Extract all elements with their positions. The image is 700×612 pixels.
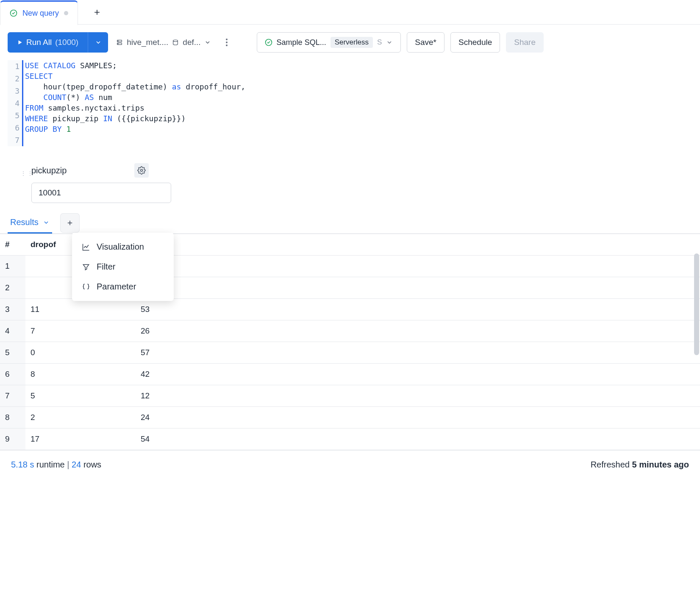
more-options-button[interactable]	[220, 39, 233, 46]
cell-index: 5	[0, 342, 25, 364]
toolbar: Run All (1000) hive_met.... def...	[0, 25, 700, 60]
compute-selector[interactable]: Sample SQL... Serverless S	[257, 32, 401, 53]
runtime-text: 5.18 s runtime | 24 rows	[11, 460, 101, 470]
chevron-down-icon	[204, 39, 211, 46]
cell-index: 1	[0, 256, 25, 277]
cell-index: 7	[0, 385, 25, 407]
svg-point-5	[173, 40, 178, 42]
save-button[interactable]: Save*	[407, 32, 444, 53]
cell-dropoff: 8	[25, 364, 136, 385]
cell-dropoff: 2	[25, 407, 136, 428]
drag-handle-icon[interactable]: ⋮⋮	[20, 163, 25, 184]
cell-index: 2	[0, 277, 25, 299]
chevron-down-icon	[43, 219, 50, 226]
cell-dropoff: 11	[25, 299, 136, 320]
cell-dropoff: 0	[25, 342, 136, 364]
cell-num: 26	[136, 320, 237, 342]
header-index[interactable]: #	[0, 234, 25, 256]
add-results-menu: Visualization Filter Parameter	[72, 233, 174, 301]
results-tabs: Results Visualization Filter	[0, 207, 700, 234]
cell-num: 57	[136, 342, 237, 364]
catalog-name: hive_met....	[127, 38, 168, 47]
cell-num: 42	[136, 364, 237, 385]
scrollbar-thumb[interactable]	[694, 253, 699, 355]
run-label: Run All	[26, 38, 52, 47]
param-value-input[interactable]	[31, 183, 171, 203]
schema-name: def...	[183, 38, 200, 47]
add-results-tab-button[interactable]	[61, 214, 79, 232]
check-circle-icon	[265, 39, 272, 46]
param-settings-button[interactable]	[134, 163, 149, 178]
svg-point-4	[118, 44, 118, 44]
cell-index: 3	[0, 299, 25, 320]
cell-dropoff: 5	[25, 385, 136, 407]
cell-index: 6	[0, 364, 25, 385]
cell-num: 54	[136, 428, 237, 450]
table-row[interactable]: 4726	[0, 320, 700, 342]
menu-item-parameter[interactable]: Parameter	[72, 277, 174, 297]
run-limit: (1000)	[55, 38, 78, 47]
line-gutter: 1234567	[8, 60, 22, 146]
menu-item-filter[interactable]: Filter	[72, 257, 174, 277]
cell-index: 9	[0, 428, 25, 450]
share-button: Share	[506, 32, 544, 53]
schedule-button[interactable]: Schedule	[450, 32, 500, 53]
cell-dropoff: 17	[25, 428, 136, 450]
parameters-section: ⋮⋮ pickupzip	[0, 146, 700, 207]
catalog-selector[interactable]: hive_met.... def...	[116, 38, 211, 47]
status-bar: 5.18 s runtime | 24 rows Refreshed 5 min…	[0, 450, 700, 479]
cell-index: 4	[0, 320, 25, 342]
tab-title: New query	[22, 9, 59, 18]
param-name: pickupzip	[31, 166, 67, 175]
compute-letter: S	[377, 38, 382, 47]
table-row[interactable]: 31153	[0, 299, 700, 320]
sql-editor[interactable]: 1234567 USE CATALOG SAMPLES;SELECT hour(…	[0, 60, 700, 146]
refreshed-text: Refreshed 5 minutes ago	[591, 460, 689, 470]
chart-line-icon	[81, 242, 91, 252]
check-circle-icon	[10, 9, 17, 17]
database-icon	[172, 39, 179, 46]
table-row[interactable]: 7512	[0, 385, 700, 407]
code-area[interactable]: USE CATALOG SAMPLES;SELECT hour(tpep_dro…	[22, 60, 245, 146]
cell-num: 12	[136, 385, 237, 407]
table-row[interactable]: 91754	[0, 428, 700, 450]
unsaved-dot-icon	[64, 11, 68, 15]
braces-icon	[81, 282, 91, 292]
cell-num: 24	[136, 407, 237, 428]
compute-badge: Serverless	[331, 37, 373, 48]
run-button-group: Run All (1000)	[8, 32, 108, 53]
tab-bar: New query	[0, 0, 700, 25]
table-row[interactable]: 5057	[0, 342, 700, 364]
table-row[interactable]: 6842	[0, 364, 700, 385]
new-tab-button[interactable]	[86, 8, 108, 17]
results-tab[interactable]: Results	[8, 212, 52, 234]
cell-index: 8	[0, 407, 25, 428]
table-row[interactable]: 8224	[0, 407, 700, 428]
cell-num: 53	[136, 299, 237, 320]
query-tab[interactable]: New query	[0, 0, 78, 25]
run-dropdown-button[interactable]	[88, 32, 108, 53]
filter-icon	[81, 262, 91, 272]
run-all-button[interactable]: Run All (1000)	[8, 32, 88, 53]
cell-dropoff: 7	[25, 320, 136, 342]
svg-point-7	[141, 170, 143, 172]
menu-item-visualization[interactable]: Visualization	[72, 237, 174, 257]
catalog-icon	[116, 39, 123, 46]
svg-point-3	[118, 41, 118, 41]
chevron-down-icon	[386, 39, 393, 46]
compute-label: Sample SQL...	[277, 38, 326, 47]
